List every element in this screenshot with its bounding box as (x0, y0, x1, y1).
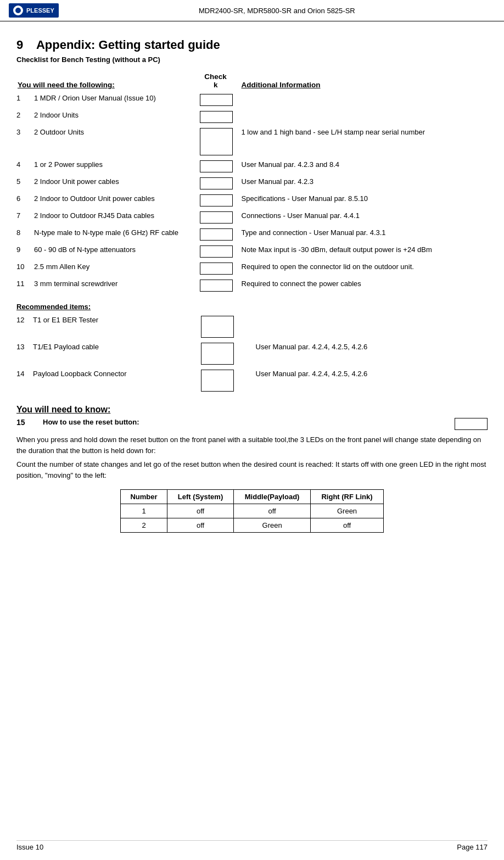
document-title: MDR2400-SR, MDR5800-SR and Orion 5825-SR (59, 7, 495, 15)
info-text: Required to connect the power cables (240, 278, 488, 295)
info-text: User Manual par. 4.2.3 (240, 176, 488, 193)
item-num: 4 (16, 159, 33, 176)
check-box (201, 316, 234, 338)
item-text: Payload Loopback Connector (32, 368, 181, 395)
page-footer: Issue 10 Page 117 (16, 840, 488, 851)
page-body: 9 Appendix: Getting started guide Checkl… (0, 21, 504, 558)
item-num: 7 (16, 210, 33, 227)
item-num: 11 (16, 278, 33, 295)
item-text: 3 mm terminal screwdriver (33, 278, 193, 295)
led-cell: Green (311, 504, 384, 518)
check-box (200, 111, 233, 123)
item-text: 2 Indoor to Outdoor Unit power cables (33, 193, 193, 210)
check-box (200, 160, 233, 172)
item-text: N-type male to N-type male (6 GHz) RF ca… (33, 227, 193, 244)
reset-row: 15 How to use the reset button: (16, 418, 488, 430)
led-table-wrapper: NumberLeft (System)Middle(Payload)Right … (16, 489, 488, 533)
reset-num: 15 (16, 418, 32, 427)
check-cell (193, 109, 240, 126)
item-num: 13 (16, 341, 32, 368)
info-text: Connections - User Manual par. 4.4.1 (240, 210, 488, 227)
info-text (240, 92, 488, 109)
item-text: 1 MDR / Orion User Manual (Issue 10) (33, 92, 193, 109)
led-col-header: Number (121, 490, 167, 504)
col-check-header: Checkk (193, 71, 240, 92)
logo-area: PLESSEY (9, 3, 59, 18)
reset-desc1: When you press and hold down the reset b… (16, 434, 488, 456)
item-num: 9 (16, 244, 33, 261)
footer-right: Page 117 (457, 843, 488, 851)
item-num: 12 (16, 314, 32, 341)
check-cell (181, 314, 255, 341)
check-cell (193, 92, 240, 109)
item-text: T1/E1 Payload cable (32, 341, 181, 368)
led-data-row: 2offGreenoff (121, 518, 384, 533)
check-box (201, 343, 234, 365)
check-cell (181, 341, 255, 368)
item-num: 6 (16, 193, 33, 210)
check-box (201, 370, 234, 392)
table-row: 12 T1 or E1 BER Tester (16, 314, 488, 341)
led-cell: Green (234, 518, 311, 533)
info-text (255, 314, 488, 341)
check-box (200, 245, 233, 258)
led-cell: 1 (121, 504, 167, 518)
led-data-row: 1offoffGreen (121, 504, 384, 518)
item-num: 3 (16, 126, 33, 159)
check-cell (193, 210, 240, 227)
led-cell: 2 (121, 518, 167, 533)
item-text: 60 - 90 dB of N-type attenuators (33, 244, 193, 261)
led-table: NumberLeft (System)Middle(Payload)Right … (120, 489, 384, 533)
table-row: 10 2.5 mm Allen Key Required to open the… (16, 261, 488, 278)
item-text: T1 or E1 BER Tester (32, 314, 181, 341)
item-text: 2 Indoor to Outdoor RJ45 Data cables (33, 210, 193, 227)
item-num: 2 (16, 109, 33, 126)
table-row: 4 1 or 2 Power supplies User Manual par.… (16, 159, 488, 176)
table-row: 3 2 Outdoor Units 1 low and 1 high band … (16, 126, 488, 159)
chapter-heading: 9 Appendix: Getting started guide (16, 38, 488, 52)
table-row: 7 2 Indoor to Outdoor RJ45 Data cables C… (16, 210, 488, 227)
check-cell (193, 193, 240, 210)
info-text: User Manual par. 4.2.3 and 8.4 (240, 159, 488, 176)
item-text: 2 Indoor Units (33, 109, 193, 126)
company-name: PLESSEY (26, 7, 54, 14)
item-text: 2 Outdoor Units (33, 126, 193, 159)
know-heading: You will need to know: (16, 405, 488, 415)
check-cell (193, 261, 240, 278)
chapter-number: 9 (16, 38, 23, 52)
item-num: 14 (16, 368, 32, 395)
check-cell (193, 159, 240, 176)
item-text: 2 Indoor Unit power cables (33, 176, 193, 193)
check-box (200, 280, 233, 292)
check-box (200, 228, 233, 241)
item-num: 8 (16, 227, 33, 244)
table-row: 9 60 - 90 dB of N-type attenuators Note … (16, 244, 488, 261)
check-cell (181, 368, 255, 395)
reset-desc2: Count the number of state changes and le… (16, 459, 488, 481)
table-row: 5 2 Indoor Unit power cables User Manual… (16, 176, 488, 193)
info-text: User Manual par. 4.2.4, 4.2.5, 4.2.6 (255, 368, 488, 395)
recommended-table: 12 T1 or E1 BER Tester 13 T1/E1 Payload … (16, 314, 488, 395)
checklist-table: You will need the following: Checkk Addi… (16, 71, 488, 295)
page-header: PLESSEY MDR2400-SR, MDR5800-SR and Orion… (0, 0, 504, 21)
recommended-label: Recommended items: (16, 303, 488, 311)
info-text (240, 109, 488, 126)
check-box (200, 128, 233, 155)
reset-check-box (455, 418, 488, 430)
led-cell: off (234, 504, 311, 518)
check-cell (193, 227, 240, 244)
led-header-row: NumberLeft (System)Middle(Payload)Right … (121, 490, 384, 504)
table-row: 14 Payload Loopback Connector User Manua… (16, 368, 488, 395)
footer-left: Issue 10 (16, 843, 43, 851)
logo-icon (13, 5, 23, 15)
checklist-subtitle: Checklist for Bench Testing (without a P… (16, 55, 488, 64)
info-text: User Manual par. 4.2.4, 4.2.5, 4.2.6 (255, 341, 488, 368)
led-col-header: Left (System) (167, 490, 233, 504)
info-text: 1 low and 1 high band - see L/H stamp ne… (240, 126, 488, 159)
info-text: Required to open the connector lid on th… (240, 261, 488, 278)
item-text: 2.5 mm Allen Key (33, 261, 193, 278)
info-text: Specifications - User Manual par. 8.5.10 (240, 193, 488, 210)
check-box (200, 211, 233, 224)
info-text: Note Max input is -30 dBm, default outpu… (240, 244, 488, 261)
table-row: 2 2 Indoor Units (16, 109, 488, 126)
